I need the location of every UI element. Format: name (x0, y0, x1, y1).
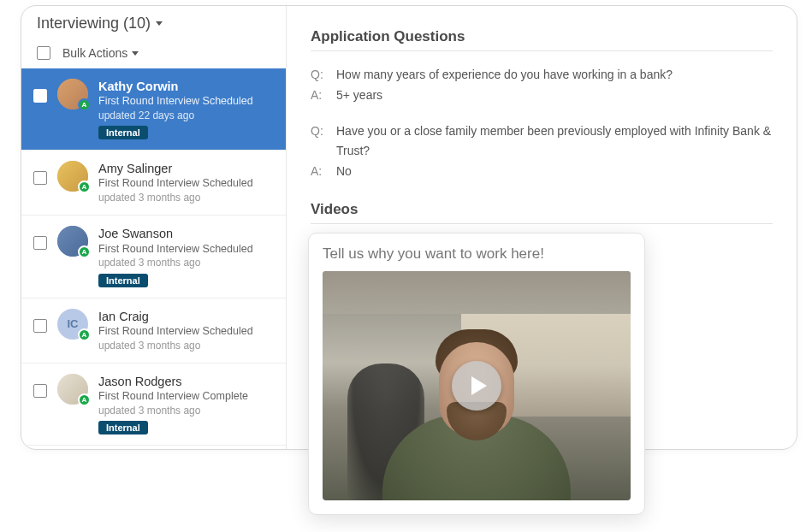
internal-badge: Internal (98, 274, 148, 287)
candidate-name: Joe Swanson (98, 226, 274, 241)
avatar: A (57, 79, 88, 109)
video-panel: Tell us why you want to work here! (308, 233, 645, 515)
candidate-row[interactable]: AJason RodgersFirst Round Interview Comp… (21, 363, 286, 445)
caret-down-icon (132, 51, 139, 56)
candidate-checkbox[interactable] (33, 319, 47, 333)
candidate-checkbox[interactable] (33, 236, 47, 250)
internal-badge: Internal (98, 421, 148, 434)
answer-prefix: A: (311, 86, 326, 106)
qa-block: Q:Have you or a close family member been… (311, 121, 773, 182)
candidate-row[interactable]: AAmy SalingerFirst Round Interview Sched… (21, 150, 286, 215)
candidate-name: Amy Salinger (98, 161, 274, 176)
candidate-name: Ian Craig (98, 309, 274, 324)
availability-badge-icon: A (78, 245, 91, 258)
avatar: A (57, 226, 88, 257)
candidate-info: Ian CraigFirst Round Interview Scheduled… (98, 309, 274, 352)
candidate-status: First Round Interview Scheduled (98, 324, 274, 339)
candidate-row[interactable]: ICAIan CraigFirst Round Interview Schedu… (21, 298, 286, 363)
internal-badge: Internal (98, 126, 148, 139)
answer-text: No (336, 162, 352, 182)
candidate-list[interactable]: AKathy CorwinFirst Round Interview Sched… (21, 68, 286, 449)
candidate-checkbox[interactable] (33, 171, 47, 185)
availability-badge-icon: A (78, 328, 91, 341)
question-text: How many years of experience do you have… (336, 65, 673, 86)
candidate-info: Jason RodgersFirst Round Interview Compl… (98, 374, 274, 434)
candidate-info: Joe SwansonFirst Round Interview Schedul… (98, 226, 274, 287)
stage-label: Interviewing (10) (37, 15, 151, 33)
avatar: ICA (57, 309, 88, 340)
candidate-sidebar: Interviewing (10) Bulk Actions AKathy Co… (21, 6, 287, 449)
candidate-name: Jason Rodgers (98, 374, 274, 389)
avatar: A (57, 374, 88, 405)
qa-block: Q:How many years of experience do you ha… (311, 65, 773, 106)
availability-badge-icon: A (78, 180, 91, 193)
candidate-status: First Round Interview Scheduled (98, 94, 274, 109)
select-all-checkbox[interactable] (37, 46, 50, 60)
caret-down-icon (156, 21, 163, 26)
bulk-actions-label: Bulk Actions (62, 46, 127, 60)
question-prefix: Q: (311, 65, 326, 86)
answer-prefix: A: (311, 162, 326, 182)
avatar: A (57, 161, 88, 192)
candidate-updated: updated 3 months ago (98, 191, 274, 204)
candidate-status: First Round Interview Scheduled (98, 242, 274, 257)
availability-badge-icon: A (78, 393, 91, 406)
candidate-name: Kathy Corwin (98, 79, 274, 94)
availability-badge-icon: A (78, 98, 91, 111)
question-prefix: Q: (311, 121, 326, 163)
bulk-actions-dropdown[interactable]: Bulk Actions (62, 46, 139, 60)
candidate-status: First Round Interview Complete (98, 389, 274, 404)
candidate-updated: updated 3 months ago (98, 404, 274, 417)
candidate-updated: updated 3 months ago (98, 339, 274, 352)
video-thumbnail[interactable] (323, 271, 631, 500)
candidate-updated: updated 3 months ago (98, 256, 274, 269)
question-text: Have you or a close family member been p… (336, 121, 773, 163)
video-prompt: Tell us why you want to work here! (323, 245, 631, 263)
candidate-row[interactable]: AKathy CorwinFirst Round Interview Sched… (21, 68, 286, 150)
sidebar-header: Interviewing (10) (21, 6, 286, 38)
candidate-info: Amy SalingerFirst Round Interview Schedu… (98, 161, 274, 204)
videos-title: Videos (311, 201, 773, 224)
candidate-checkbox[interactable] (33, 384, 47, 398)
candidate-row[interactable]: AZachary DarwinFirst Round Interview Sch… (21, 445, 286, 449)
candidate-checkbox[interactable] (33, 89, 47, 103)
candidate-status: First Round Interview Scheduled (98, 176, 274, 191)
candidate-updated: updated 22 days ago (98, 109, 274, 122)
bulk-actions-row: Bulk Actions (21, 38, 286, 68)
candidate-row[interactable]: AJoe SwansonFirst Round Interview Schedu… (21, 215, 286, 297)
qa-container: Q:How many years of experience do you ha… (311, 65, 773, 182)
play-button-icon[interactable] (452, 361, 501, 411)
candidate-info: Kathy CorwinFirst Round Interview Schedu… (98, 79, 274, 139)
answer-text: 5+ years (336, 86, 382, 106)
stage-dropdown[interactable]: Interviewing (10) (37, 15, 270, 33)
application-questions-title: Application Questions (311, 28, 773, 51)
